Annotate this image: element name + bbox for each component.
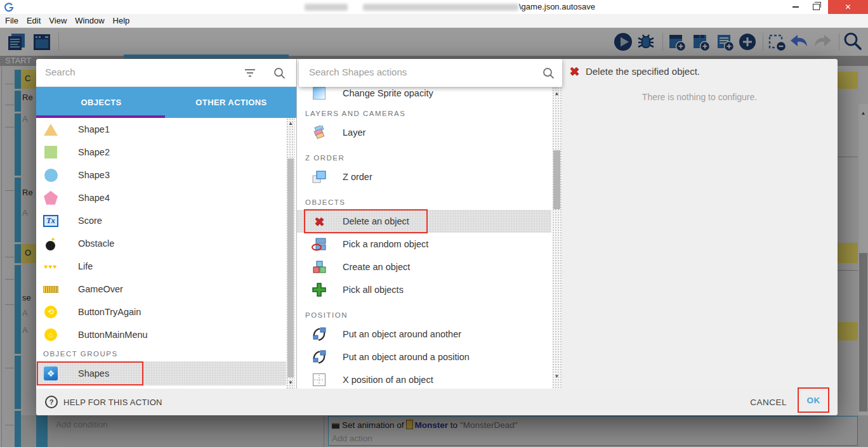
object-label: Obstacle <box>78 238 114 249</box>
gameover-icon <box>43 282 58 297</box>
action-row-delete-an-object[interactable]: ✖Delete an object <box>297 210 551 233</box>
redacted-title-segment <box>305 4 348 11</box>
object-label: ButtonMainMenu <box>78 330 148 340</box>
help-button[interactable]: ? HELP FOR THIS ACTION <box>45 389 162 415</box>
scrollbar-thumb[interactable] <box>287 159 294 377</box>
object-row-shape3[interactable]: Shape3 <box>36 164 287 186</box>
gdevelop-logo-icon <box>4 2 14 12</box>
action-label: Pick a random object <box>343 239 428 249</box>
panel-tabs: OBJECTSOTHER ACTIONS <box>36 87 296 118</box>
zorder-icon <box>311 169 327 185</box>
action-row-layer[interactable]: Layer <box>297 121 551 144</box>
object-row-obstacle[interactable]: ✦Obstacle <box>36 232 287 255</box>
action-row-put-an-object-around-another[interactable]: Put an object around another <box>297 323 551 346</box>
action-row-x-position-of-an-object[interactable]: X position of an object <box>297 368 551 389</box>
pick-random-icon <box>311 236 327 252</box>
group-row-shapes[interactable]: ❖Shapes <box>36 361 287 385</box>
menu-view[interactable]: View <box>49 16 74 25</box>
hearts-icon: ♥♥♥ <box>43 259 58 274</box>
cancel-button[interactable]: CANCEL <box>750 389 787 415</box>
action-row-pick-a-random-object[interactable]: Pick a random object <box>297 233 551 256</box>
object-label: Shape1 <box>78 124 110 134</box>
section-header-z-order: Z ORDER <box>297 144 551 165</box>
selection-highlight-frame <box>304 209 428 233</box>
action-search-input[interactable] <box>308 66 520 78</box>
action-label: X position of an object <box>343 375 433 385</box>
ok-highlight-frame: OK <box>798 387 829 413</box>
action-label: Put an object around another <box>343 329 461 339</box>
filter-icon[interactable] <box>244 67 256 81</box>
object-list: Shape1Shape2Shape3Shape4TxScore✦Obstacle… <box>36 118 287 389</box>
object-groups-header: OBJECT GROUPS <box>36 346 287 361</box>
action-list: Change Sprite opacityLAYERS AND CAMERASL… <box>297 87 551 389</box>
object-row-shape1[interactable]: Shape1 <box>36 118 287 141</box>
object-row-shape4[interactable]: Shape4 <box>36 186 287 209</box>
object-label: Shape4 <box>78 193 110 203</box>
search-icon[interactable] <box>273 67 286 82</box>
minimize-button[interactable] <box>786 0 806 14</box>
configuration-panel: ✖ Delete the specified object. There is … <box>562 59 838 389</box>
action-row-pick-all-objects[interactable]: Pick all objects <box>297 278 551 301</box>
action-row-put-an-object-around-a-position[interactable]: Put an object around a position <box>297 346 551 368</box>
object-label: Score <box>78 216 102 226</box>
bomb-icon: ✦ <box>43 236 58 251</box>
object-list-scrollbar[interactable]: ▲ ▼ <box>286 118 295 389</box>
object-row-buttontryagain[interactable]: ⟲ButtonTryAgain <box>36 301 287 323</box>
scroll-up-icon[interactable]: ▲ <box>552 89 562 98</box>
app-window: \game.json.autosave ✕ FileEditViewWindow… <box>0 0 868 447</box>
objects-panel: OBJECTSOTHER ACTIONS Shape1Shape2Shape3S… <box>36 59 296 389</box>
object-label: GameOver <box>78 284 123 294</box>
scrollbar-thumb[interactable] <box>553 150 560 209</box>
action-description: Delete the specified object. <box>586 66 700 77</box>
object-row-life[interactable]: ♥♥♥Life <box>36 255 287 278</box>
menu-edit[interactable]: Edit <box>27 16 48 25</box>
object-search-input[interactable] <box>44 66 237 78</box>
section-header-position: POSITION <box>297 301 551 323</box>
menu-window[interactable]: Window <box>75 16 111 25</box>
pick-all-icon <box>311 282 327 297</box>
selection-highlight-frame <box>37 361 143 385</box>
redacted-title-segment <box>363 4 518 11</box>
object-label: Life <box>78 261 93 271</box>
action-search-box <box>299 59 562 87</box>
menu-file[interactable]: File <box>5 16 25 25</box>
scroll-up-icon[interactable]: ▲ <box>286 119 295 128</box>
pentagon-icon <box>43 190 58 205</box>
section-header-layers-and-cameras: LAYERS AND CAMERAS <box>297 100 551 121</box>
action-label: Put an object around a position <box>343 352 470 362</box>
tab-other-actions[interactable]: OTHER ACTIONS <box>166 87 296 118</box>
object-row-score[interactable]: TxScore <box>36 209 287 232</box>
object-row-buttonmainmenu[interactable]: ⌂ButtonMainMenu <box>36 323 287 346</box>
close-button[interactable]: ✕ <box>828 0 868 14</box>
actions-panel: Change Sprite opacityLAYERS AND CAMERASL… <box>296 59 562 389</box>
object-row-shape2[interactable]: Shape2 <box>36 141 287 164</box>
x-position-icon <box>311 372 327 387</box>
delete-action-icon: ✖ <box>569 65 579 77</box>
action-label: Pick all objects <box>343 285 404 295</box>
text-icon: Tx <box>43 213 58 228</box>
help-icon: ? <box>45 396 58 408</box>
action-list-scrollbar[interactable]: ▲ ▼ <box>552 87 562 389</box>
scroll-down-icon[interactable]: ▼ <box>286 379 295 387</box>
action-label: Z order <box>343 172 372 182</box>
tab-objects[interactable]: OBJECTS <box>36 87 166 118</box>
action-row-change-sprite-opacity[interactable]: Change Sprite opacity <box>297 87 551 100</box>
action-label: Change Sprite opacity <box>343 88 433 98</box>
scroll-down-icon[interactable]: ▼ <box>552 372 562 381</box>
around-position-icon <box>311 349 327 365</box>
action-row-z-order[interactable]: Z order <box>297 165 551 188</box>
home-icon: ⌂ <box>43 327 58 342</box>
opacity-icon <box>311 87 327 101</box>
restore-button[interactable] <box>806 0 826 14</box>
object-label: ButtonTryAgain <box>78 307 141 317</box>
object-label: Shape2 <box>78 147 110 157</box>
menu-help[interactable]: Help <box>113 16 137 25</box>
object-label: Shape3 <box>78 170 110 180</box>
empty-configuration-message: There is nothing to configure. <box>562 92 838 102</box>
action-row-create-an-object[interactable]: Create an object <box>297 256 551 278</box>
search-icon[interactable] <box>542 67 555 82</box>
ok-button[interactable]: OK <box>806 396 820 405</box>
window-title: \game.json.autosave <box>519 2 595 11</box>
menu-bar: FileEditViewWindowHelp <box>0 14 868 28</box>
object-row-gameover[interactable]: GameOver <box>36 278 287 301</box>
